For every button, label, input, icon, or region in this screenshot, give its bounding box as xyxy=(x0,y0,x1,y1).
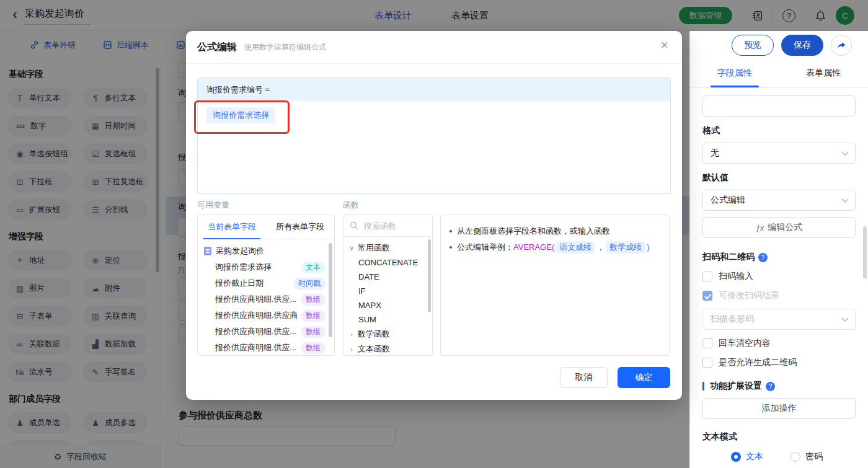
help-badge-icon[interactable]: ? xyxy=(766,382,775,391)
function-search xyxy=(343,215,432,237)
chevron-right-icon: › xyxy=(348,330,355,338)
tab-field-properties[interactable]: 字段属性 xyxy=(690,59,779,87)
dialog-subtitle: 使用数学运算符编辑公式 xyxy=(244,42,326,53)
variable-item[interactable]: 报价供应商明细.供应... 数组 xyxy=(198,340,334,356)
tab-form-properties[interactable]: 表单属性 xyxy=(779,59,868,87)
functions-tree: ∨ 常用函数 CONCATENATE DATE IF MAPX SUM › 数学… xyxy=(343,237,432,356)
allow-qr-checkbox[interactable] xyxy=(702,358,712,368)
variables-panel: 当前表单字段 所有表单字段 采购发起询价 询报价需求选择 文本 报价截止日期 时… xyxy=(197,214,335,356)
type-tag: 文本 xyxy=(301,262,326,273)
formula-target-bar: 询报价需求编号 = xyxy=(198,78,670,101)
chevron-down-icon: ∨ xyxy=(348,244,355,252)
type-tag: 数组 xyxy=(301,342,326,354)
type-tag: 数组 xyxy=(301,310,326,322)
radio-password[interactable]: 密码 xyxy=(790,451,823,462)
text-mode-label: 文本模式 xyxy=(702,431,856,443)
chevron-right-icon: › xyxy=(348,345,355,353)
tab-all-form-fields[interactable]: 所有表单字段 xyxy=(266,215,334,239)
form-actions: 预览 保存 xyxy=(690,31,868,59)
share-button[interactable] xyxy=(831,35,852,56)
document-icon xyxy=(204,247,211,255)
format-select[interactable]: 无 xyxy=(702,143,856,164)
field-value-input[interactable] xyxy=(702,95,856,117)
confirm-button[interactable]: 确定 xyxy=(618,367,670,388)
scan-input-checkbox-row: 扫码输入 xyxy=(702,271,856,282)
functions-panel: ∨ 常用函数 CONCATENATE DATE IF MAPX SUM › 数学… xyxy=(343,214,433,356)
share-arrow-icon xyxy=(836,40,846,50)
properties-content: 格式 无 默认值 公式编辑 ƒx 编辑公式 扫码和二维码 ? 扫码输入 可修改扫… xyxy=(690,88,868,462)
default-value-select[interactable]: 公式编辑 xyxy=(702,190,856,211)
formula-lhs: 询报价需求编号 = xyxy=(206,84,270,95)
function-group-common[interactable]: ∨ 常用函数 xyxy=(343,241,432,255)
function-item[interactable]: MAPX xyxy=(343,298,432,312)
variable-item[interactable]: 报价供应商明细.供应... 数组 xyxy=(198,291,334,307)
help-badge-icon[interactable]: ? xyxy=(758,253,768,262)
scan-type-select[interactable]: 扫描条形码 xyxy=(702,309,856,330)
radio-unselected-icon xyxy=(790,452,800,462)
scan-section-title: 扫码和二维码 ? xyxy=(702,252,856,263)
tab-current-form-fields[interactable]: 当前表单字段 xyxy=(198,215,266,239)
scan-input-checkbox[interactable] xyxy=(702,272,712,281)
functions-label: 函数 xyxy=(343,200,359,211)
type-tag: 数组 xyxy=(301,294,326,306)
preview-button[interactable]: 预览 xyxy=(732,35,774,56)
help-example: 公式编辑举例：AVERAGE(语文成绩，数学成绩) xyxy=(450,240,660,255)
properties-tabs: 字段属性 表单属性 xyxy=(690,59,868,88)
properties-panel: 预览 保存 字段属性 表单属性 格式 无 默认值 公式编辑 ƒx 编辑公式 扫码… xyxy=(689,31,868,468)
fx-icon: ƒx xyxy=(756,223,764,232)
text-mode-radios: 文本 密码 xyxy=(731,451,856,462)
extension-section-title: 功能扩展设置 ? xyxy=(702,381,856,392)
panel-scrollbar[interactable] xyxy=(863,226,867,279)
example-function-name: AVERAGE( xyxy=(513,242,554,252)
dialog-header: 公式编辑 使用数学运算符编辑公式 × xyxy=(186,31,682,64)
search-icon xyxy=(350,221,358,230)
cancel-button[interactable]: 取消 xyxy=(560,367,608,388)
variable-item[interactable]: 报价供应商明细.供应... 数组 xyxy=(198,324,334,340)
functions-scrollbar[interactable] xyxy=(428,239,431,312)
formula-edit-dialog: 公式编辑 使用数学运算符编辑公式 × 询报价需求编号 = 询报价需求选择 可用变… xyxy=(186,31,682,400)
type-tag: 数组 xyxy=(301,326,326,338)
variable-item[interactable]: 报价供应商明细.供应商 数组 xyxy=(198,307,334,324)
formula-help-panel: 从左侧面板选择字段名和函数，或输入函数 公式编辑举例：AVERAGE(语文成绩，… xyxy=(440,214,670,356)
variable-item[interactable]: 询报价需求选择 文本 xyxy=(198,259,334,275)
function-item[interactable]: DATE xyxy=(343,270,432,284)
example-field-chip: 语文成绩 xyxy=(556,241,595,254)
variables-list: 采购发起询价 询报价需求选择 文本 报价截止日期 时间戳 报价供应商明细.供应.… xyxy=(198,239,334,356)
radio-selected-icon xyxy=(731,452,741,462)
app-screen: ‹ 采购发起询价 表单设计 表单设置 数据管理 ? xyxy=(0,0,868,468)
function-search-input[interactable] xyxy=(363,221,421,231)
function-item[interactable]: CONCATENATE xyxy=(343,255,432,270)
example-field-chip: 数学成绩 xyxy=(606,241,645,254)
function-group-text[interactable]: › 文本函数 xyxy=(343,342,432,356)
variables-root-node[interactable]: 采购发起询价 xyxy=(198,243,334,259)
variables-scrollbar[interactable] xyxy=(329,243,332,337)
editable-result-checkbox-row: 可修改扫码结果 xyxy=(702,290,856,301)
variable-item[interactable]: 报价截止日期 时间戳 xyxy=(198,275,334,291)
default-value-label: 默认值 xyxy=(702,172,856,183)
radio-text[interactable]: 文本 xyxy=(731,451,763,462)
formula-field-token[interactable]: 询报价需求选择 xyxy=(206,107,275,123)
format-label: 格式 xyxy=(702,125,856,136)
dialog-title: 公式编辑 xyxy=(197,41,237,54)
edit-formula-button[interactable]: ƒx 编辑公式 xyxy=(702,217,856,238)
function-group-math[interactable]: › 数学函数 xyxy=(343,327,432,342)
allow-qr-checkbox-row: 是否允许生成二维码 xyxy=(702,357,856,368)
type-tag: 时间戳 xyxy=(293,278,326,289)
close-icon[interactable]: × xyxy=(660,38,668,52)
variables-tabs: 当前表单字段 所有表单字段 xyxy=(198,215,334,239)
function-item[interactable]: SUM xyxy=(343,312,432,327)
variables-label: 可用变量 xyxy=(197,200,229,211)
enter-clear-checkbox-row: 回车清空内容 xyxy=(702,338,856,349)
modal-overlay xyxy=(0,0,868,31)
formula-editor[interactable]: 询报价需求编号 = 询报价需求选择 xyxy=(197,77,671,194)
save-button[interactable]: 保存 xyxy=(781,35,823,56)
bullet-icon xyxy=(450,246,452,249)
help-tip: 从左侧面板选择字段名和函数，或输入函数 xyxy=(450,224,660,239)
add-action-button[interactable]: 添加操作 xyxy=(702,398,856,419)
bullet-icon xyxy=(450,230,452,232)
enter-clear-checkbox[interactable] xyxy=(702,338,712,348)
function-item[interactable]: IF xyxy=(343,284,432,298)
editable-result-checkbox[interactable] xyxy=(702,291,712,301)
